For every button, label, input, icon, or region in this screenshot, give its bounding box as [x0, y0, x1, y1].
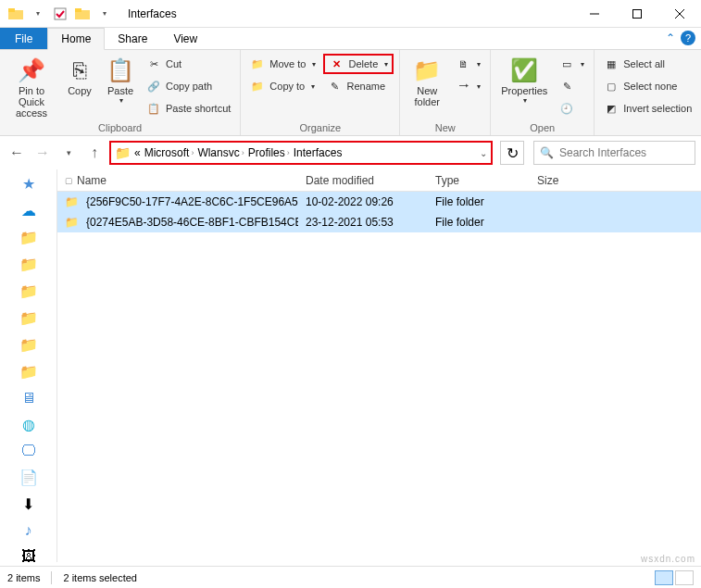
- group-select: ▦Select all ▢Select none ◩Invert selecti…: [595, 50, 701, 135]
- svg-rect-1: [8, 8, 15, 12]
- copy-button[interactable]: ⎘ Copy: [61, 54, 98, 96]
- minimize-button[interactable]: [573, 0, 616, 28]
- tab-view[interactable]: View: [160, 28, 210, 49]
- crumb-microsoft[interactable]: Microsoft›: [144, 146, 194, 159]
- move-to-button[interactable]: 📁Move to▾: [246, 54, 319, 74]
- qat-overflow-icon[interactable]: ▾: [94, 4, 115, 24]
- tree-onedrive-icon[interactable]: ☁: [19, 202, 39, 219]
- folder-icon[interactable]: [6, 4, 26, 24]
- ribbon-help: ⌃ ?: [666, 31, 695, 45]
- svg-rect-4: [75, 8, 81, 12]
- invert-selection-button[interactable]: ◩Invert selection: [600, 98, 695, 119]
- back-button[interactable]: ←: [6, 142, 28, 164]
- search-box[interactable]: 🔍 Search Interfaces: [533, 141, 695, 165]
- group-clipboard: 📌 Pin to Quick access ⎘ Copy 📋 Paste ▾ ✂…: [0, 50, 241, 135]
- tree-folder-4-icon[interactable]: 📁: [19, 309, 39, 327]
- newitem-icon: 🗎: [456, 58, 470, 69]
- pin-quick-access-button[interactable]: 📌 Pin to Quick access: [6, 54, 57, 119]
- address-dropdown-icon[interactable]: ⌄: [480, 148, 487, 158]
- forward-button[interactable]: →: [31, 142, 54, 164]
- status-item-count: 2 items: [7, 572, 40, 583]
- select-none-button[interactable]: ▢Select none: [600, 76, 695, 96]
- tab-home[interactable]: Home: [47, 28, 105, 50]
- col-type[interactable]: Type: [428, 174, 530, 187]
- tree-downloads-icon[interactable]: ⬇: [19, 495, 39, 513]
- tree-quick-access-icon[interactable]: ★: [19, 175, 39, 193]
- copy-to-button[interactable]: 📁Copy to▾: [246, 76, 319, 96]
- qat-dropdown-1-icon[interactable]: ▾: [28, 4, 48, 24]
- chevron-up-icon[interactable]: ⌃: [666, 31, 675, 44]
- window-controls: [573, 0, 701, 28]
- open-button[interactable]: ▭▾: [556, 54, 588, 74]
- file-row[interactable]: 📁{256F9C50-17F7-4A2E-8C6C-1F5CE96A53... …: [57, 192, 701, 212]
- address-bar[interactable]: 📁 « Microsoft› Wlansvc› Profiles› Interf…: [109, 141, 493, 165]
- view-details-button[interactable]: [655, 570, 673, 585]
- watermark: wsxdn.com: [641, 554, 695, 564]
- rename-button[interactable]: ✎Rename: [323, 76, 394, 96]
- paste-button[interactable]: 📋 Paste ▾: [102, 54, 139, 105]
- close-button[interactable]: [658, 0, 701, 28]
- cut-button[interactable]: ✂Cut: [143, 54, 234, 74]
- history-button[interactable]: 🕘: [556, 98, 588, 119]
- checkbox-icon[interactable]: [50, 4, 70, 24]
- tree-folder-2-icon[interactable]: 📁: [19, 256, 39, 273]
- copy-icon: ⎘: [73, 56, 86, 85]
- file-list: ▢Name Date modified Type Size 📁{256F9C50…: [57, 169, 701, 562]
- edit-icon: ✎: [559, 81, 574, 93]
- folder-icon-2[interactable]: [72, 4, 93, 24]
- group-new: 📁 New folder 🗎▾ ⭢▾ New: [400, 50, 491, 135]
- open-icon: ▭: [559, 58, 574, 70]
- tree-thispc-icon[interactable]: 🖥: [19, 390, 39, 407]
- tree-folder-6-icon[interactable]: 📁: [19, 363, 39, 381]
- nav-bar: ← → ▾ ↑ 📁 « Microsoft› Wlansvc› Profiles…: [0, 136, 701, 169]
- delete-icon: ✕: [329, 58, 344, 70]
- select-all-button[interactable]: ▦Select all: [600, 54, 695, 74]
- newfolder-icon: 📁: [413, 56, 441, 85]
- new-folder-button[interactable]: 📁 New folder: [406, 54, 448, 107]
- recent-dropdown[interactable]: ▾: [57, 142, 80, 164]
- svg-rect-2: [55, 8, 66, 19]
- help-icon[interactable]: ?: [681, 31, 695, 45]
- up-button[interactable]: ↑: [83, 142, 106, 164]
- crumb-interfaces[interactable]: Interfaces: [294, 146, 343, 159]
- new-item-button[interactable]: 🗎▾: [452, 54, 484, 74]
- tree-folder-3-icon[interactable]: 📁: [19, 282, 39, 300]
- tree-music-icon[interactable]: ♪: [19, 522, 39, 539]
- tree-desktop-icon[interactable]: 🖵: [19, 443, 39, 459]
- pin-icon: 📌: [18, 56, 45, 85]
- col-name[interactable]: ▢Name: [57, 174, 298, 187]
- copy-path-button[interactable]: 🔗Copy path: [143, 76, 234, 96]
- col-size[interactable]: Size: [530, 174, 604, 187]
- edit-button[interactable]: ✎: [556, 76, 588, 96]
- delete-button[interactable]: ✕Delete▾: [323, 54, 394, 74]
- file-row[interactable]: 📁{0274E5AB-3D58-46CE-8BF1-CBFB154CE... 2…: [57, 212, 701, 232]
- tree-folder-1-icon[interactable]: 📁: [19, 229, 39, 246]
- tree-3d-icon[interactable]: ◍: [19, 416, 39, 433]
- selectnone-icon: ▢: [604, 81, 619, 93]
- copypath-icon: 🔗: [146, 81, 161, 93]
- group-label-organize: Organize: [241, 122, 399, 135]
- crumb-profiles[interactable]: Profiles›: [248, 146, 290, 159]
- view-large-button[interactable]: [675, 570, 694, 585]
- breadcrumb-prefix: «: [134, 146, 141, 159]
- tree-folder-5-icon[interactable]: 📁: [19, 336, 39, 354]
- col-date[interactable]: Date modified: [298, 174, 428, 187]
- tab-share[interactable]: Share: [105, 28, 160, 49]
- history-icon: 🕘: [559, 103, 574, 115]
- refresh-button[interactable]: ↻: [500, 141, 524, 165]
- group-label-clipboard: Clipboard: [0, 122, 240, 135]
- paste-icon: 📋: [106, 56, 134, 85]
- crumb-wlansvc[interactable]: Wlansvc›: [197, 146, 244, 159]
- group-label-select: [595, 122, 701, 135]
- status-divider: [51, 571, 52, 584]
- easy-access-button[interactable]: ⭢▾: [452, 76, 484, 96]
- properties-button[interactable]: ✅ Properties ▾: [496, 54, 552, 105]
- paste-shortcut-button[interactable]: 📋Paste shortcut: [143, 98, 234, 119]
- tree-documents-icon[interactable]: 📄: [19, 469, 39, 486]
- column-headers[interactable]: ▢Name Date modified Type Size: [57, 169, 701, 192]
- nav-tree[interactable]: ★ ☁ 📁 📁 📁 📁 📁 📁 🖥 ◍ 🖵 📄 ⬇ ♪ 🖼: [0, 169, 57, 562]
- search-placeholder: Search Interfaces: [559, 146, 646, 159]
- maximize-button[interactable]: [616, 0, 658, 28]
- file-tab[interactable]: File: [0, 28, 47, 49]
- tree-pictures-icon[interactable]: 🖼: [19, 548, 39, 562]
